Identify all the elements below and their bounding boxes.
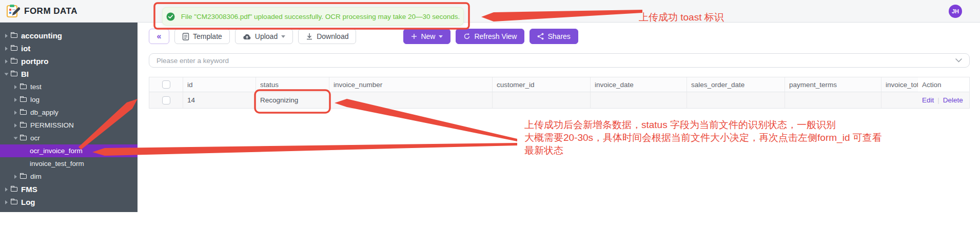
folder-icon	[20, 123, 27, 128]
delete-link[interactable]: Delete	[943, 96, 963, 104]
chevron-down-icon	[439, 35, 443, 38]
cloud-upload-icon	[243, 33, 251, 40]
column-header-action: Action	[918, 77, 969, 92]
select-all-checkbox[interactable]	[162, 80, 170, 89]
column-header-customer-id: customer_id	[493, 77, 591, 92]
cell-status: Recognizing	[256, 92, 329, 108]
sidebar-item-test[interactable]: test	[0, 80, 138, 93]
caret-icon[interactable]	[5, 47, 8, 51]
cell-id: 14	[183, 92, 256, 108]
caret-icon[interactable]	[5, 59, 8, 64]
sidebar-item-log[interactable]: log	[0, 93, 138, 106]
data-table: id status invoice_number customer_id inv…	[149, 77, 970, 109]
new-button[interactable]: New	[403, 29, 450, 44]
sidebar-item-bi[interactable]: BI	[0, 68, 138, 80]
folder-icon	[11, 200, 17, 204]
caret-icon[interactable]	[5, 73, 9, 75]
table-row[interactable]: 14 Recognizing Edit | Delete	[149, 92, 970, 109]
annotation-note-line1: 上传成功后会新增条数据，status 字段为当前文件的识别状态，一般识别	[524, 118, 882, 131]
cell-customer-id	[493, 92, 591, 108]
folder-icon	[20, 85, 27, 89]
caret-icon[interactable]	[14, 123, 17, 128]
clipboard-pencil-icon	[6, 4, 20, 18]
toolbar: « Template Upload Download New Refresh V…	[149, 29, 583, 44]
sidebar-item-log-root[interactable]: Log	[0, 196, 138, 208]
sidebar-item-dim[interactable]: dim	[0, 170, 138, 183]
app-logo: FORM DATA	[0, 4, 77, 18]
folder-icon	[11, 187, 17, 192]
check-circle-icon	[166, 12, 175, 21]
keyword-search	[149, 53, 970, 68]
folder-icon	[20, 174, 27, 179]
sidebar-item-permission[interactable]: PERMISSION	[0, 119, 138, 132]
folder-icon	[20, 110, 27, 115]
row-checkbox[interactable]	[162, 96, 170, 104]
folder-icon	[20, 136, 27, 140]
caret-icon[interactable]	[14, 98, 17, 102]
sidebar-item-invoice-test-form[interactable]: invoice_test_form	[0, 157, 138, 170]
share-icon	[537, 33, 544, 40]
sidebar-item-db-apply[interactable]: db_apply	[0, 106, 138, 119]
column-header-invoice-date: invoice_date	[591, 77, 687, 92]
upload-success-toast: File "CM23008306.pdf" uploaded successfu…	[162, 7, 464, 26]
caret-icon[interactable]	[14, 111, 17, 115]
cell-payment-terms	[785, 92, 881, 108]
column-header-sales-order-date: sales_order_date	[687, 77, 785, 92]
cell-invoice-number	[329, 92, 493, 108]
template-button[interactable]: Template	[174, 29, 230, 44]
column-header-invoice-number: invoice_number	[329, 77, 493, 92]
sidebar-item-ocr[interactable]: ocr	[0, 132, 138, 144]
sidebar-item-iot[interactable]: iot	[0, 42, 138, 55]
folder-icon	[11, 59, 17, 64]
edit-link[interactable]: Edit	[922, 96, 934, 104]
refresh-icon	[463, 33, 471, 40]
top-bar: FORM DATA JH	[0, 0, 980, 23]
sidebar-item-accounting[interactable]: accounting	[0, 29, 138, 42]
column-header-payment-terms: payment_terms	[785, 77, 881, 92]
cell-invoice-date	[591, 92, 687, 108]
download-button[interactable]: Download	[298, 29, 356, 44]
cell-action: Edit | Delete	[918, 92, 969, 108]
refresh-view-button[interactable]: Refresh View	[456, 29, 524, 44]
search-input[interactable]	[149, 57, 955, 65]
collapse-sidebar-button[interactable]: «	[149, 29, 169, 44]
avatar[interactable]: JH	[949, 5, 962, 18]
toast-message: File "CM23008306.pdf" uploaded successfu…	[181, 13, 460, 20]
chevron-down-icon[interactable]	[955, 58, 962, 62]
column-header-status: status	[256, 77, 329, 92]
sidebar: accounting iot portpro BI test log db_ap…	[0, 23, 138, 212]
annotation-note-status: 上传成功后会新增条数据，status 字段为当前文件的识别状态，一般识别 大概需…	[524, 118, 882, 157]
column-header-id: id	[183, 77, 256, 92]
app-title: FORM DATA	[24, 6, 77, 16]
page: FORM DATA JH accounting iot portpro BI t…	[0, 0, 980, 252]
action-divider: |	[937, 96, 939, 104]
folder-icon	[11, 72, 17, 76]
caret-icon[interactable]	[5, 34, 8, 38]
sidebar-item-fms[interactable]: FMS	[0, 183, 138, 196]
caret-icon[interactable]	[5, 200, 8, 204]
folder-icon	[11, 33, 17, 38]
caret-icon[interactable]	[14, 137, 18, 139]
doc-icon	[182, 33, 189, 40]
caret-icon[interactable]	[14, 175, 17, 179]
folder-icon	[11, 46, 17, 51]
annotation-arrow-sidebar-item	[92, 143, 517, 156]
table-header-row: id status invoice_number customer_id inv…	[149, 77, 970, 92]
download-icon	[306, 33, 313, 40]
sidebar-item-portpro[interactable]: portpro	[0, 55, 138, 68]
annotation-note-line2: 大概需要20-30s，具体时间会根据当前文件大小决定，再次点击左侧form_id…	[524, 131, 882, 144]
sidebar-item-ocr-invoice-form[interactable]: ocr_invoice_form	[0, 144, 138, 157]
caret-icon[interactable]	[14, 85, 17, 89]
folder-icon	[20, 97, 27, 102]
caret-icon[interactable]	[5, 187, 8, 192]
plus-icon	[411, 33, 417, 39]
shares-button[interactable]: Shares	[530, 29, 578, 44]
cell-sales-order-date	[687, 92, 785, 108]
upload-button[interactable]: Upload	[235, 29, 293, 44]
annotation-note-line3: 最新状态	[524, 144, 882, 157]
chevron-down-icon	[281, 35, 285, 38]
